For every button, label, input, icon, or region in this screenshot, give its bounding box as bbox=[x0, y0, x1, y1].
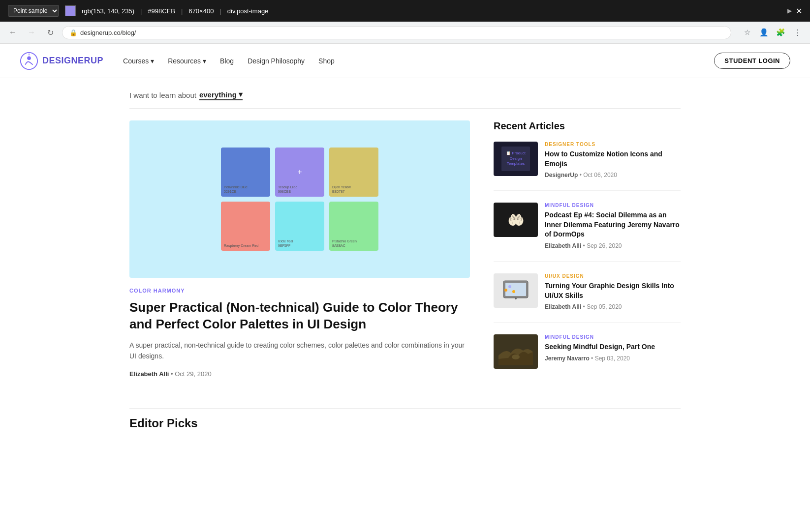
svg-rect-4 bbox=[505, 283, 526, 296]
main-content: I want to learn about everything ▾ Periw… bbox=[110, 78, 700, 442]
browser-chrome: ← → ↻ 🔒 designerup.co/blog/ ☆ 👤 🧩 ⋮ bbox=[0, 22, 810, 44]
featured-title: Super Practical (Non-technical) Guide to… bbox=[129, 299, 470, 333]
filter-chevron: ▾ bbox=[239, 90, 243, 99]
card-author-0: DesignerUp bbox=[545, 172, 578, 178]
article-thumb-2 bbox=[494, 273, 538, 308]
chevron-down-icon: ▾ bbox=[151, 57, 154, 65]
cursor-plus: + bbox=[297, 168, 302, 177]
featured-image[interactable]: Periwinkle Blue5291CE + Teacup Lilac998C… bbox=[129, 120, 470, 278]
article-thumb-3 bbox=[494, 334, 538, 369]
tablet-svg bbox=[501, 279, 530, 301]
notion-thumb: 📋 Product DesignTemplates bbox=[494, 142, 538, 176]
svg-point-6 bbox=[504, 289, 507, 292]
logo-text: DESIGNERUP bbox=[42, 56, 103, 66]
palette-cell-5: Pistachio Green8AE8AC bbox=[329, 202, 378, 251]
sidebar: Recent Articles 📋 Product DesignTemplate… bbox=[494, 120, 681, 392]
palette-cell-4: Icicle Teal9EF5FF bbox=[275, 202, 324, 251]
close-icon: ✕ bbox=[796, 6, 802, 16]
article-thumb-1: 🤲 bbox=[494, 203, 538, 237]
card-title-2: Turning Your Graphic Design Skills Into … bbox=[545, 281, 681, 300]
bookmark-button[interactable]: ☆ bbox=[740, 26, 754, 39]
logo-svg-icon bbox=[20, 52, 38, 70]
dimensions-value: 670×400 bbox=[188, 7, 214, 15]
sample-mode-select[interactable]: Point sample bbox=[8, 5, 59, 17]
card-category-3: MINDFUL DESIGN bbox=[545, 334, 681, 340]
card-content-0: DESIGNER TOOLS How to Customize Notion I… bbox=[545, 142, 681, 178]
svg-point-5 bbox=[515, 297, 517, 299]
card-date-2: Sep 05, 2020 bbox=[587, 303, 622, 310]
menu-button[interactable]: ⋮ bbox=[790, 26, 804, 39]
filter-prefix: I want to learn about bbox=[129, 91, 196, 99]
nav-resources[interactable]: Resources ▾ bbox=[168, 57, 206, 65]
palette-cell-2: Dijon YellowE8D787 bbox=[329, 148, 378, 197]
svg-point-1 bbox=[27, 56, 31, 60]
card-author-1: Elizabeth Alli bbox=[545, 242, 581, 249]
sidebar-article-1[interactable]: 🤲 MINDFUL DESIGN Podcast Ep #4: Social D… bbox=[494, 203, 681, 262]
tablet-thumb bbox=[494, 273, 538, 308]
student-login-button[interactable]: STUDENT LOGIN bbox=[714, 53, 790, 69]
color-picker-close[interactable]: ▶ ✕ bbox=[787, 6, 802, 16]
reload-button[interactable]: ↻ bbox=[43, 26, 57, 39]
card-meta-2: Elizabeth Alli • Sep 05, 2020 bbox=[545, 303, 681, 310]
featured-author: Elizabeth Alli bbox=[129, 370, 169, 378]
forward-button[interactable]: → bbox=[25, 26, 38, 39]
sidebar-article-0[interactable]: 📋 Product DesignTemplates DESIGNER TOOLS… bbox=[494, 142, 681, 191]
card-date-3: Sep 03, 2020 bbox=[595, 355, 630, 362]
color-palette-visual: Periwinkle Blue5291CE + Teacup Lilac998C… bbox=[221, 148, 378, 251]
svg-point-7 bbox=[508, 285, 511, 288]
color-swatch bbox=[65, 5, 76, 16]
play-icon: ▶ bbox=[787, 7, 792, 14]
sidebar-article-3[interactable]: MINDFUL DESIGN Seeking Mindful Design, P… bbox=[494, 334, 681, 381]
account-button[interactable]: 👤 bbox=[757, 26, 771, 39]
featured-category: COLOR HARMONY bbox=[129, 288, 470, 294]
extension-button[interactable]: 🧩 bbox=[774, 26, 787, 39]
card-title-0: How to Customize Notion Icons and Emojis bbox=[545, 149, 681, 169]
card-content-1: MINDFUL DESIGN Podcast Ep #4: Social Dil… bbox=[545, 203, 681, 249]
lock-icon: 🔒 bbox=[69, 29, 77, 36]
featured-article: Periwinkle Blue5291CE + Teacup Lilac998C… bbox=[129, 120, 470, 378]
card-date-0: Oct 06, 2020 bbox=[583, 172, 617, 178]
back-button[interactable]: ← bbox=[6, 26, 20, 39]
main-nav: Courses ▾ Resources ▾ Blog Design Philos… bbox=[123, 57, 714, 65]
nav-design-philosophy[interactable]: Design Philosophy bbox=[248, 57, 305, 65]
logo[interactable]: DESIGNERUP bbox=[20, 52, 103, 70]
featured-meta: Elizabeth Alli • Oct 29, 2020 bbox=[129, 370, 470, 378]
card-category-1: MINDFUL DESIGN bbox=[545, 203, 681, 208]
color-picker-bar: Point sample rgb(153, 140, 235) | #998CE… bbox=[0, 0, 810, 22]
nav-courses[interactable]: Courses ▾ bbox=[123, 57, 154, 65]
card-meta-0: DesignerUp • Oct 06, 2020 bbox=[545, 172, 681, 178]
card-meta-1: Elizabeth Alli • Sep 26, 2020 bbox=[545, 242, 681, 249]
nature-thumb bbox=[494, 334, 538, 369]
filter-bar: I want to learn about everything ▾ bbox=[129, 90, 681, 109]
chevron-down-icon: ▾ bbox=[203, 57, 206, 65]
content-grid: Periwinkle Blue5291CE + Teacup Lilac998C… bbox=[129, 120, 681, 392]
site-header: DESIGNERUP Courses ▾ Resources ▾ Blog De… bbox=[0, 44, 810, 78]
dark-thumb: 🤲 bbox=[494, 203, 538, 237]
card-author-3: Jeremy Navarro bbox=[545, 355, 590, 362]
address-bar[interactable]: 🔒 designerup.co/blog/ bbox=[62, 26, 731, 39]
sidebar-title: Recent Articles bbox=[494, 120, 681, 132]
nav-shop[interactable]: Shop bbox=[318, 57, 335, 65]
card-category-0: DESIGNER TOOLS bbox=[545, 142, 681, 147]
url-text: designerup.co/blog/ bbox=[80, 29, 136, 36]
element-value: div.post-image bbox=[227, 7, 269, 15]
card-category-2: UI/UX DESIGN bbox=[545, 273, 681, 279]
nature-svg bbox=[498, 338, 533, 365]
palette-cell-1: + Teacup Lilac998CEB bbox=[275, 148, 324, 197]
card-content-3: MINDFUL DESIGN Seeking Mindful Design, P… bbox=[545, 334, 681, 369]
palette-cell-0: Periwinkle Blue5291CE bbox=[221, 148, 270, 197]
browser-actions: ☆ 👤 🧩 ⋮ bbox=[740, 26, 804, 39]
article-thumb-0: 📋 Product DesignTemplates bbox=[494, 142, 538, 176]
svg-point-8 bbox=[512, 290, 515, 293]
nav-blog[interactable]: Blog bbox=[220, 57, 234, 65]
card-content-2: UI/UX DESIGN Turning Your Graphic Design… bbox=[545, 273, 681, 310]
palette-cell-3: Raspberry Cream Red bbox=[221, 202, 270, 251]
card-author-2: Elizabeth Alli bbox=[545, 303, 581, 310]
sidebar-article-2[interactable]: UI/UX DESIGN Turning Your Graphic Design… bbox=[494, 273, 681, 323]
filter-dropdown[interactable]: everything ▾ bbox=[199, 90, 243, 100]
editor-picks-title: Editor Picks bbox=[129, 408, 681, 430]
featured-date: Oct 29, 2020 bbox=[175, 370, 211, 378]
card-title-1: Podcast Ep #4: Social Dilemma as an Inne… bbox=[545, 210, 681, 239]
svg-point-10 bbox=[512, 355, 520, 359]
filter-value: everything bbox=[199, 90, 237, 99]
